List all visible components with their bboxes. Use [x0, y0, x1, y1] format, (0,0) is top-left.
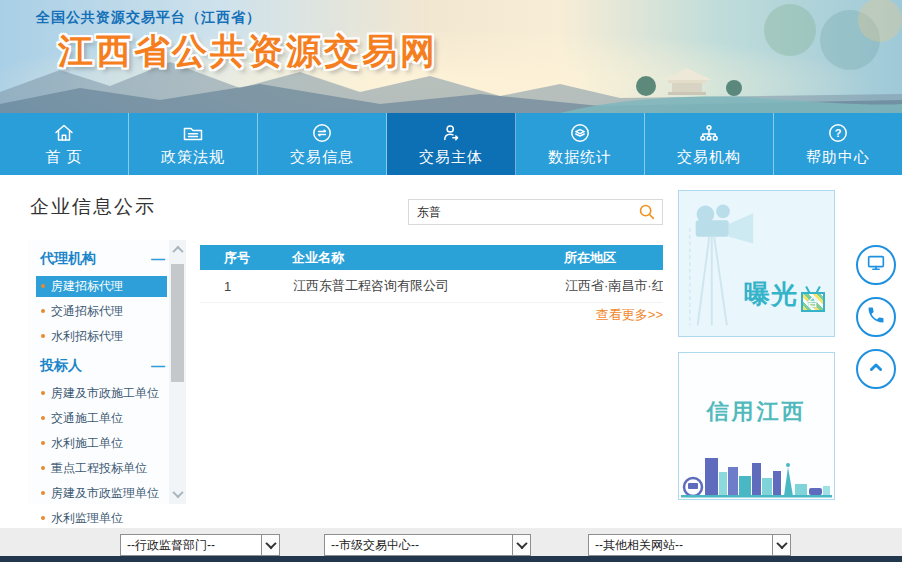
sidebar-item-water-agency[interactable]: 水利招标代理 — [36, 326, 167, 347]
cell-company-name: 江西东普工程咨询有限公司 — [292, 270, 564, 303]
search-input[interactable] — [409, 201, 632, 223]
col-header-region: 所在地区 — [564, 245, 663, 270]
home-icon — [52, 121, 76, 145]
select-value: --其他相关网站-- — [589, 537, 772, 554]
select-city-trade-center[interactable]: --市级交易中心-- — [324, 534, 531, 556]
trade-subject-person-icon — [439, 121, 463, 145]
nav-item-help[interactable]: ? 帮助中心 — [774, 113, 902, 175]
nav-label: 首 页 — [45, 148, 82, 167]
exposure-title-tv-char: 台 — [807, 295, 819, 310]
exposure-banner[interactable]: 曝光 台 — [678, 190, 835, 337]
nav-label: 交易主体 — [419, 148, 483, 167]
view-more-link[interactable]: 查看更多>> — [200, 306, 663, 324]
table-row[interactable]: 1 江西东普工程咨询有限公司 江西省·南昌市·红谷滩... — [200, 270, 663, 303]
sidebar-item-water-construction[interactable]: 水利施工单位 — [36, 433, 167, 454]
sidebar-scrollbar[interactable] — [169, 240, 186, 504]
exposure-banner-title: 曝光 台 — [744, 277, 825, 312]
col-header-company: 企业名称 — [292, 245, 564, 270]
nav-label: 交易机构 — [677, 148, 741, 167]
main-nav: 首 页 政策法规 交易信息 交易主体 — [0, 113, 902, 175]
sidebar-item-transport-agency[interactable]: 交通招标代理 — [36, 301, 167, 322]
table-header-row: 序号 企业名称 所在地区 — [200, 245, 663, 270]
sidebar-item-water-supervision[interactable]: 水利监理单位 — [36, 508, 167, 529]
nav-item-trade-subject[interactable]: 交易主体 — [387, 113, 516, 175]
exposure-title-text: 曝光 — [744, 277, 798, 312]
sidebar-item-housing-agency[interactable]: 房建招标代理 — [36, 276, 167, 297]
bottom-dark-bar — [0, 556, 902, 562]
nav-label: 帮助中心 — [806, 148, 870, 167]
trade-info-icon — [310, 121, 334, 145]
sidebar-item-housing-supervision[interactable]: 房建及市政监理单位 — [36, 483, 167, 504]
sidebar-item-housing-construction[interactable]: 房建及市政施工单位 — [36, 383, 167, 404]
select-value: --市级交易中心-- — [325, 537, 512, 554]
collapse-minus-icon[interactable]: — — [151, 361, 165, 371]
scroll-down-icon[interactable] — [169, 486, 186, 502]
nav-item-data-stats[interactable]: 数据统计 — [516, 113, 645, 175]
back-to-top-icon — [865, 356, 887, 382]
nav-label: 数据统计 — [548, 148, 612, 167]
nav-item-trade-info[interactable]: 交易信息 — [258, 113, 387, 175]
nav-label: 交易信息 — [290, 148, 354, 167]
nav-item-home[interactable]: 首 页 — [0, 113, 129, 175]
dropdown-arrow-icon[interactable] — [261, 535, 279, 555]
org-network-icon — [697, 121, 721, 145]
sidebar-section-title: 投标人 — [40, 357, 82, 375]
site-title: 江西省公共资源交易网 — [58, 28, 438, 75]
monitor-icon — [865, 252, 887, 278]
cell-index: 1 — [200, 270, 292, 303]
help-icon: ? — [826, 121, 850, 145]
search-icon[interactable] — [632, 202, 662, 222]
tv-icon: 台 — [801, 292, 825, 312]
back-to-top-button[interactable] — [856, 349, 896, 389]
select-value: --行政监督部门-- — [121, 537, 261, 554]
policy-folder-icon — [181, 121, 205, 145]
sidebar-section-bidders[interactable]: 投标人 — — [40, 357, 165, 375]
platform-label: 全国公共资源交易平台（江西省） — [36, 9, 261, 27]
dropdown-arrow-icon[interactable] — [772, 535, 790, 555]
scrollbar-thumb[interactable] — [171, 264, 184, 382]
nav-label: 政策法规 — [161, 148, 225, 167]
collapse-minus-icon[interactable]: — — [151, 254, 165, 264]
company-table: 序号 企业名称 所在地区 1 江西东普工程咨询有限公司 江西省·南昌市·红谷滩.… — [200, 245, 663, 303]
nav-item-policy[interactable]: 政策法规 — [129, 113, 258, 175]
nav-item-trade-org[interactable]: 交易机构 — [645, 113, 774, 175]
sidebar-section-title: 代理机构 — [40, 250, 96, 268]
online-service-button[interactable] — [856, 245, 896, 285]
svg-text:?: ? — [835, 127, 842, 139]
data-stats-icon — [568, 121, 592, 145]
company-search-box — [408, 199, 663, 225]
select-admin-supervision[interactable]: --行政监督部门-- — [120, 534, 280, 556]
sidebar-section-agency[interactable]: 代理机构 — — [40, 250, 165, 268]
credit-jiangxi-banner[interactable]: 信用江西 — [678, 352, 835, 500]
film-projector-icon — [683, 195, 761, 335]
category-sidebar: 代理机构 — 房建招标代理 交通招标代理 水利招标代理 投标人 — 房建及市政施… — [28, 240, 186, 504]
dropdown-arrow-icon[interactable] — [512, 535, 530, 555]
cell-region: 江西省·南昌市·红谷滩... — [564, 270, 663, 303]
page-title: 企业信息公示 — [30, 194, 156, 220]
phone-icon — [866, 305, 886, 329]
city-skyline-icon — [681, 442, 832, 498]
phone-contact-button[interactable] — [856, 297, 896, 337]
col-header-index: 序号 — [200, 245, 292, 270]
sidebar-item-transport-construction[interactable]: 交通施工单位 — [36, 408, 167, 429]
site-header: 全国公共资源交易平台（江西省） 江西省公共资源交易网 — [0, 0, 902, 113]
sidebar-item-key-project-bidder[interactable]: 重点工程投标单位 — [36, 458, 167, 479]
scroll-up-icon[interactable] — [169, 242, 186, 258]
select-other-websites[interactable]: --其他相关网站-- — [588, 534, 791, 556]
credit-banner-title: 信用江西 — [679, 397, 834, 427]
